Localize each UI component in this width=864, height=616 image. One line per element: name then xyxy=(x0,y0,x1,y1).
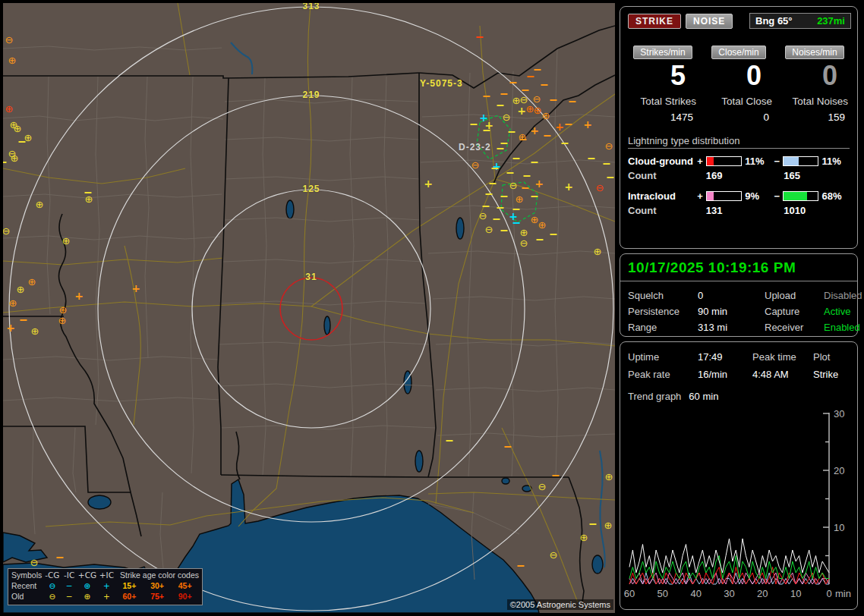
receiver-label: Receiver xyxy=(765,322,824,333)
intracloud-row: Intracloud + 9% − 68% xyxy=(628,190,850,202)
ic-minus-strike xyxy=(531,162,538,163)
cg-plus-strike: ⊕ xyxy=(85,194,93,204)
range-ring-label: 219 xyxy=(302,90,320,100)
bearing-readout: Bng 65° 237mi xyxy=(749,13,851,29)
peak-time-label: Peak time xyxy=(752,351,813,363)
plus-sign: + xyxy=(696,156,705,167)
upload-label: Upload xyxy=(765,290,824,301)
cg-plus-strike: ⊕ xyxy=(5,104,14,114)
system-status-panel: 10/17/2025 10:19:16 PM Squelch 0 Upload … xyxy=(620,253,858,337)
storm-cell-label: Y-5075-3 xyxy=(420,78,463,89)
ic-minus-strike xyxy=(484,130,490,131)
range-label: Range xyxy=(628,322,698,333)
legend-age-title: Strike age color codes xyxy=(115,570,199,581)
ic-minus-strike xyxy=(513,222,520,224)
ic-plus-icon: + xyxy=(98,592,115,602)
cg-minus-strike: ⊖ xyxy=(503,112,511,122)
legend-col-pic: +IC xyxy=(98,570,115,581)
ic-minus-strike xyxy=(522,90,529,91)
legend-old-label: Old xyxy=(11,592,43,602)
noise-mode-button[interactable]: NOISE xyxy=(686,14,733,29)
cg-plus-strike: ⊕ xyxy=(538,220,547,230)
strike-mode-button[interactable]: STRIKE xyxy=(628,14,681,29)
ic-plus-strike: + xyxy=(555,121,564,132)
cg-negative-pct: 11% xyxy=(821,156,850,167)
squelch-label: Squelch xyxy=(628,290,698,301)
ic-minus-strike xyxy=(497,148,504,149)
strikes-per-min-button[interactable]: Strikes/min xyxy=(633,46,692,59)
ic-minus-strike xyxy=(562,143,569,144)
trend-graph: 1020306050403020100min xyxy=(623,404,856,607)
copyright-text: ©2005 Astrogenic Systems xyxy=(507,599,613,610)
peak-rate-value: 16/min xyxy=(698,369,752,380)
capture-label: Capture xyxy=(765,306,824,317)
ic-positive-count: 131 xyxy=(694,205,772,216)
map-canvas[interactable]: 31321912531 Y-5075-3D-23-2 ⊕⊖⊖⊕⊕+⊕⊖++++⊕… xyxy=(3,3,615,613)
trend-series-intracloud xyxy=(629,556,829,579)
ic-minus-strike xyxy=(607,177,614,178)
ic-negative-pct: 68% xyxy=(821,190,850,202)
trend-panel: Uptime 17:49 Peak time Plot Peak rate 16… xyxy=(620,341,858,610)
ic-minus-strike xyxy=(501,230,508,231)
ic-minus-strike xyxy=(509,131,516,133)
ic-minus-strike xyxy=(505,446,512,448)
ic-minus-strike xyxy=(588,158,595,159)
persistence-value: 90 min xyxy=(698,306,765,317)
ic-minus-strike xyxy=(486,193,493,195)
noises-per-min-button[interactable]: Noises/min xyxy=(785,46,844,59)
ic-minus-strike xyxy=(490,183,497,184)
bearing-label: Bng 65° xyxy=(755,15,793,27)
cg-plus-strike: ⊕ xyxy=(580,533,588,542)
total-noises-label: Total Noises xyxy=(777,96,853,107)
cg-plus-strike: ⊕ xyxy=(520,228,528,237)
cg-positive-pct: 11% xyxy=(745,156,773,167)
cg-plus-strike: ⊕ xyxy=(604,520,613,530)
ic-count-label: Count xyxy=(628,205,694,216)
cg-minus-strike: ⊖ xyxy=(509,181,518,190)
svg-text:20: 20 xyxy=(757,588,768,599)
uptime-value: 17:49 xyxy=(698,351,752,363)
age-badge: 60+ xyxy=(115,592,143,602)
cg-negative-count: 165 xyxy=(771,170,850,181)
distribution-title: Lightning type distribution xyxy=(628,135,850,149)
ic-minus-strike xyxy=(477,36,484,38)
cg-plus-strike: ⊕ xyxy=(9,298,17,308)
ic-minus-strike xyxy=(501,196,508,197)
ic-minus-strike xyxy=(484,96,490,97)
minus-sign: − xyxy=(773,190,781,202)
uptime-label: Uptime xyxy=(628,351,698,363)
total-close-value: 0 xyxy=(701,107,777,123)
svg-text:50: 50 xyxy=(657,588,668,599)
trend-graph-duration: 60 min xyxy=(689,391,718,402)
svg-text:40: 40 xyxy=(690,588,701,599)
legend-col-ncg: -CG xyxy=(43,570,61,581)
cg-minus-strike: ⊖ xyxy=(596,183,604,193)
legend-recent-label: Recent xyxy=(11,581,43,592)
cg-minus-strike: ⊖ xyxy=(471,160,480,170)
coastal-bay xyxy=(3,533,47,562)
legend-col-nic: -IC xyxy=(61,570,77,581)
total-strikes-value: 1475 xyxy=(625,107,701,123)
strikes-per-min-value: 5 xyxy=(625,59,701,91)
age-badge: 90+ xyxy=(171,592,199,602)
nexstorm-app: { "right_panel": { "strike_button": "STR… xyxy=(0,0,864,616)
ic-minus-strike xyxy=(492,168,499,169)
cg-minus-strike: ⊖ xyxy=(30,558,39,567)
lake-pontchartrain xyxy=(88,495,111,509)
cg-minus-icon: ⊖ xyxy=(43,592,61,602)
close-per-min-button[interactable]: Close/min xyxy=(711,46,765,59)
age-badge: 15+ xyxy=(115,581,143,592)
cloud-ground-row: Cloud-ground + 11% − 11% xyxy=(628,156,850,167)
legend-col-pcg: +CG xyxy=(77,570,97,581)
total-close-label: Total Close xyxy=(701,96,777,107)
svg-text:min: min xyxy=(835,588,851,599)
ic-positive-bar xyxy=(706,191,743,201)
cg-minus-strike: ⊖ xyxy=(5,35,14,45)
ic-plus-strike: + xyxy=(530,125,539,136)
ic-minus-strike xyxy=(534,69,541,71)
trend-series-cloud-ground xyxy=(629,567,829,585)
legend-symbols-header: Symbols xyxy=(11,570,43,581)
cg-plus-strike: ⊕ xyxy=(534,105,542,115)
total-strikes-label: Total Strikes xyxy=(625,96,701,107)
ic-minus-strike xyxy=(518,565,525,567)
